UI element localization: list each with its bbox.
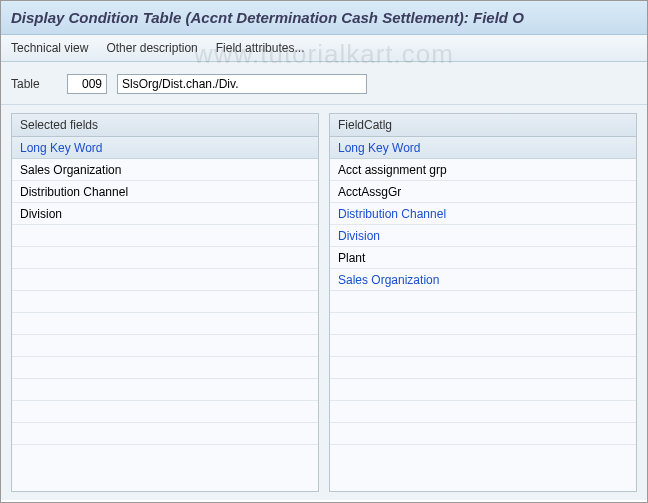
column-header[interactable]: Long Key Word [330, 137, 636, 159]
list-item[interactable]: Distribution Channel [12, 181, 318, 203]
field-catalog-panel: FieldCatlg Long Key WordAcct assignment … [329, 113, 637, 492]
list-item-empty[interactable] [12, 291, 318, 313]
page-title: Display Condition Table (Accnt Determina… [11, 9, 637, 26]
list-item-empty[interactable] [330, 335, 636, 357]
table-info-row: Table [1, 62, 647, 105]
list-item[interactable]: Division [12, 203, 318, 225]
table-number-input[interactable] [67, 74, 107, 94]
list-item[interactable]: Acct assignment grp [330, 159, 636, 181]
list-item-empty[interactable] [12, 379, 318, 401]
list-item-empty[interactable] [12, 423, 318, 445]
title-bar: Display Condition Table (Accnt Determina… [1, 1, 647, 35]
list-item[interactable]: Sales Organization [330, 269, 636, 291]
list-item[interactable]: Sales Organization [12, 159, 318, 181]
technical-view-button[interactable]: Technical view [11, 41, 88, 55]
list-item[interactable]: Division [330, 225, 636, 247]
list-item-empty[interactable] [330, 357, 636, 379]
list-item-empty[interactable] [12, 313, 318, 335]
list-item-empty[interactable] [12, 357, 318, 379]
field-catalog-title: FieldCatlg [330, 114, 636, 137]
list-item-empty[interactable] [330, 291, 636, 313]
column-header[interactable]: Long Key Word [12, 137, 318, 159]
table-label: Table [11, 77, 57, 91]
selected-fields-panel: Selected fields Long Key WordSales Organ… [11, 113, 319, 492]
list-item-empty[interactable] [12, 269, 318, 291]
toolbar: Technical view Other description Field a… [1, 35, 647, 62]
list-item-empty[interactable] [330, 313, 636, 335]
list-item-empty[interactable] [12, 401, 318, 423]
list-item-empty[interactable] [330, 401, 636, 423]
list-item[interactable]: Plant [330, 247, 636, 269]
list-item-empty[interactable] [330, 379, 636, 401]
field-attributes-button[interactable]: Field attributes... [216, 41, 305, 55]
panels-container: Selected fields Long Key WordSales Organ… [1, 105, 647, 500]
list-item[interactable]: AcctAssgGr [330, 181, 636, 203]
field-catalog-list[interactable]: Long Key WordAcct assignment grpAcctAssg… [330, 137, 636, 491]
list-item-empty[interactable] [330, 423, 636, 445]
selected-fields-list[interactable]: Long Key WordSales OrganizationDistribut… [12, 137, 318, 491]
table-description-input[interactable] [117, 74, 367, 94]
list-item-empty[interactable] [12, 335, 318, 357]
list-item[interactable]: Distribution Channel [330, 203, 636, 225]
selected-fields-title: Selected fields [12, 114, 318, 137]
other-description-button[interactable]: Other description [106, 41, 197, 55]
list-item-empty[interactable] [12, 225, 318, 247]
list-item-empty[interactable] [12, 247, 318, 269]
